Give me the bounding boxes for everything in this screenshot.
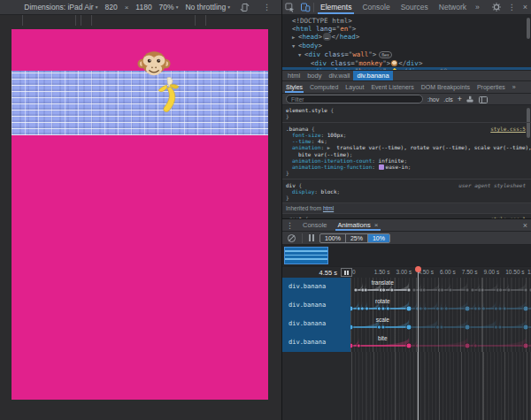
dom-tree-node[interactable]: <html lang="en">: [282, 25, 531, 33]
tab-label: DOM Breakpoints: [421, 84, 470, 90]
style-rule-line[interactable]: div {user agent stylesheet: [282, 182, 531, 188]
styles-filter-input[interactable]: [286, 95, 423, 103]
drawer-menu-icon[interactable]: ⋮: [282, 221, 297, 230]
dom-tree-node[interactable]: <div class="monkey"></div>: [282, 59, 531, 67]
sidebar-tab-layout[interactable]: Layout: [342, 81, 367, 93]
toggle-hover-state-button[interactable]: :hov: [427, 96, 439, 103]
code-token: head: [303, 33, 319, 41]
sidebar-tab-properties[interactable]: Properties: [473, 81, 509, 93]
ruler-label: 3.00 s: [396, 269, 412, 275]
pause-all-animations-icon[interactable]: [309, 234, 314, 241]
settings-gear-icon[interactable]: [489, 3, 504, 11]
dom-tree-node[interactable]: <div class="banana"></div> == $0: [282, 67, 531, 70]
device-height-field[interactable]: 1180: [135, 3, 151, 11]
style-rule-line[interactable]: bite var(--time);: [282, 151, 531, 157]
timeline-track[interactable]: bite: [350, 333, 531, 352]
code-token: div: [309, 50, 321, 58]
code-token: ;: [408, 164, 412, 170]
drawer-tab-console[interactable]: Console: [297, 219, 333, 231]
drawer: ⋮ ConsoleAnimations× × 100%25%10% 4.55 s: [282, 218, 531, 420]
timeline-row-target[interactable]: div.banana: [282, 296, 350, 315]
code-token: }: [286, 195, 289, 201]
style-rule-line[interactable]: .banana {style.css:5: [282, 126, 531, 132]
device-dimensions-select[interactable]: Dimensions: iPad Air ▾: [24, 3, 97, 11]
breadcrumb-item-div-wall[interactable]: div.wall: [325, 71, 353, 80]
stylesheet-link[interactable]: style.css:1: [490, 216, 526, 218]
playback-rate-10pct[interactable]: 10%: [367, 234, 389, 242]
style-rule-line[interactable]: }: [282, 170, 531, 176]
tab-label: Event Listeners: [371, 84, 413, 90]
close-drawer-icon[interactable]: ×: [519, 221, 531, 230]
playback-rate-25pct[interactable]: 25%: [345, 234, 367, 242]
code-token: class: [327, 59, 350, 67]
close-tab-icon[interactable]: ×: [374, 221, 379, 229]
timeline-pause-button[interactable]: [341, 268, 352, 277]
timeline-row-target[interactable]: div.banana: [282, 333, 350, 352]
code-token: {: [296, 182, 302, 188]
tab-network[interactable]: Network: [434, 0, 472, 14]
inspect-element-icon[interactable]: [282, 0, 297, 14]
style-rule-line[interactable]: element.style {: [282, 107, 531, 113]
sidebar-tab-computed[interactable]: Computed: [306, 81, 342, 93]
new-style-rule-button[interactable]: +: [458, 95, 462, 103]
playback-rate-100pct[interactable]: 100%: [320, 234, 345, 242]
code-token: banana: [358, 67, 382, 70]
style-rule-line[interactable]: }: [282, 113, 531, 119]
breadcrumb-item-html[interactable]: html: [284, 71, 304, 80]
timeline-row-target[interactable]: div.banana: [282, 315, 350, 333]
devtools-menu-icon[interactable]: ⋮: [504, 3, 519, 11]
close-devtools-icon[interactable]: ×: [519, 3, 531, 11]
style-rule-line[interactable]: Inherited from html: [282, 202, 531, 214]
toolbar-divider: [302, 233, 303, 243]
style-rule-line[interactable]: --time: 4s;: [282, 138, 531, 144]
code-token: infinite: [379, 157, 404, 164]
sidebar-tab-dom-breakpoints[interactable]: DOM Breakpoints: [418, 81, 473, 93]
timeline-track[interactable]: scale: [350, 315, 531, 333]
tab-sources[interactable]: Sources: [396, 0, 434, 14]
playhead-grip-icon[interactable]: [415, 266, 421, 272]
sidebar-tab-event-listeners[interactable]: Event Listeners: [367, 81, 417, 93]
tab-console[interactable]: Console: [357, 0, 395, 14]
rule-separator[interactable]: [282, 122, 531, 123]
dom-tree-node[interactable]: <!DOCTYPE html>: [282, 17, 531, 25]
style-rule-line[interactable]: font-size: 100px;: [282, 132, 531, 138]
tab-elements[interactable]: Elements: [315, 0, 357, 14]
sidebar-tab-styles[interactable]: Styles: [282, 81, 306, 93]
stylesheet-origin: user agent stylesheet: [458, 182, 526, 188]
dom-tree-node[interactable]: ▶<head>…</head>: [282, 33, 531, 42]
drawer-tab-animations[interactable]: Animations×: [333, 219, 384, 231]
dom-tree-node[interactable]: ▼<div class="wall">flex: [282, 50, 531, 59]
device-throttling-select[interactable]: No throttling ▾: [185, 3, 230, 11]
stylesheet-link[interactable]: style.css:5: [490, 126, 526, 132]
animation-group-thumbnail[interactable]: [284, 247, 328, 264]
code-token: {: [327, 107, 334, 113]
toggle-device-toolbar-icon[interactable]: [297, 0, 312, 14]
more-styles-tabs-button[interactable]: »: [509, 84, 519, 90]
page-viewport[interactable]: [12, 29, 268, 400]
style-rule-line[interactable]: animation: ▶ translate var(--time), rota…: [282, 144, 531, 151]
dom-tree-node[interactable]: ▼<body>: [282, 42, 531, 50]
style-rule-line[interactable]: animation-timing-function: ease-in;: [282, 164, 531, 170]
style-rule-line[interactable]: :root {style.css:1: [282, 216, 531, 218]
style-rule-line[interactable]: }: [282, 195, 531, 201]
timeline-row-target[interactable]: div.banana: [282, 278, 350, 296]
playhead[interactable]: [418, 267, 419, 420]
rule-separator[interactable]: [282, 179, 531, 179]
breadcrumb-item-div-banana[interactable]: div.banana: [353, 71, 392, 80]
collapse-arrow-icon: ▼: [298, 51, 304, 59]
code-token: :: [372, 164, 378, 170]
more-tabs-button[interactable]: »: [472, 3, 483, 11]
ruler-label: 7.50 s: [462, 269, 478, 275]
rotate-device-icon[interactable]: [237, 0, 252, 14]
clear-all-animations-icon[interactable]: [288, 234, 296, 242]
device-zoom-select[interactable]: 70% ▾: [159, 3, 179, 11]
device-width-field[interactable]: 820: [104, 3, 117, 11]
timeline-track[interactable]: rotate: [350, 296, 531, 315]
device-toolbar-menu-icon[interactable]: ⋮: [259, 3, 274, 11]
toggle-element-classes-button[interactable]: .cls: [443, 96, 453, 103]
style-rule-line[interactable]: animation-iteration-count: infinite;: [282, 157, 531, 164]
style-rule-line[interactable]: display: block;: [282, 188, 531, 195]
scrollbar-thumb[interactable]: [527, 18, 530, 39]
breadcrumb-item-body[interactable]: body: [304, 71, 325, 80]
timeline-track[interactable]: translate: [350, 278, 531, 296]
